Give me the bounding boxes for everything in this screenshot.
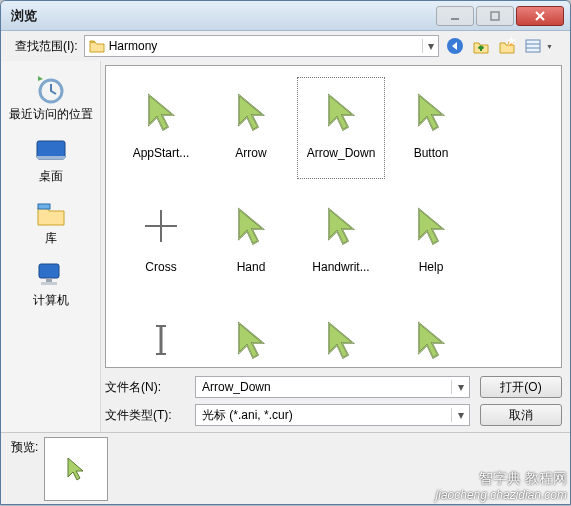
cursor-icon bbox=[133, 84, 189, 140]
toolbar: 查找范围(I): Harmony ▾ ★ ▼ bbox=[1, 31, 570, 61]
recent-icon bbox=[33, 73, 69, 105]
file-browse-dialog: 浏览 查找范围(I): Harmony ▾ ★ bbox=[0, 0, 571, 505]
places-bar: 最近访问的位置 桌面 库 bbox=[1, 61, 101, 432]
cursor-icon bbox=[313, 312, 369, 367]
maximize-button[interactable] bbox=[476, 6, 514, 26]
views-dropdown-icon[interactable]: ▼ bbox=[546, 43, 553, 50]
file-item-label: Arrow bbox=[235, 146, 266, 160]
file-listing: AppStart...ArrowArrow_DownButtonCrossHan… bbox=[105, 65, 562, 368]
preview-box bbox=[44, 437, 108, 501]
views-icon[interactable] bbox=[523, 36, 543, 56]
place-recent[interactable]: 最近访问的位置 bbox=[1, 67, 100, 129]
file-item-label: Handwrit... bbox=[312, 260, 369, 274]
up-one-level-icon[interactable] bbox=[471, 36, 491, 56]
file-item[interactable]: Hand bbox=[206, 190, 296, 294]
middle-row: 最近访问的位置 桌面 库 bbox=[1, 61, 570, 432]
file-item[interactable]: No bbox=[296, 304, 386, 367]
place-library[interactable]: 库 bbox=[1, 191, 100, 253]
svg-rect-7 bbox=[526, 40, 540, 52]
cursor-icon bbox=[403, 84, 459, 140]
filename-combobox[interactable]: Arrow_Down ▾ bbox=[195, 376, 470, 398]
filetype-combobox[interactable]: 光标 (*.ani, *.cur) ▾ bbox=[195, 404, 470, 426]
close-button[interactable] bbox=[516, 6, 564, 26]
file-item-label: Arrow_Down bbox=[307, 146, 376, 160]
folder-icon bbox=[89, 39, 105, 53]
filetype-value: 光标 (*.ani, *.cur) bbox=[196, 407, 451, 424]
library-icon bbox=[33, 197, 69, 229]
computer-icon bbox=[33, 259, 69, 291]
file-item[interactable]: IBeam bbox=[116, 304, 206, 367]
filename-value: Arrow_Down bbox=[196, 380, 451, 394]
filetype-row: 文件类型(T): 光标 (*.ani, *.cur) ▾ 取消 bbox=[105, 404, 562, 426]
place-label: 最近访问的位置 bbox=[9, 107, 93, 121]
cursor-icon bbox=[313, 84, 369, 140]
file-item[interactable]: Move bbox=[206, 304, 296, 367]
file-item[interactable]: Cross bbox=[116, 190, 206, 294]
location-value: Harmony bbox=[109, 39, 422, 53]
dialog-body: 查找范围(I): Harmony ▾ ★ ▼ bbox=[1, 31, 570, 504]
file-item-label: Cross bbox=[145, 260, 176, 274]
open-button[interactable]: 打开(O) bbox=[480, 376, 562, 398]
lookin-label: 查找范围(I): bbox=[15, 38, 78, 55]
filename-row: 文件名(N): Arrow_Down ▾ 打开(O) bbox=[105, 376, 562, 398]
desktop-icon bbox=[33, 135, 69, 167]
place-computer[interactable]: 计算机 bbox=[1, 253, 100, 315]
filetype-label: 文件类型(T): bbox=[105, 407, 185, 424]
file-list-scroll[interactable]: AppStart...ArrowArrow_DownButtonCrossHan… bbox=[106, 66, 561, 367]
bottom-fields: 文件名(N): Arrow_Down ▾ 打开(O) 文件类型(T): 光标 (… bbox=[101, 372, 570, 432]
chevron-down-icon[interactable]: ▾ bbox=[451, 408, 469, 422]
svg-rect-13 bbox=[38, 204, 50, 209]
cursor-icon bbox=[403, 198, 459, 254]
file-item[interactable]: Arrow bbox=[206, 76, 296, 180]
titlebar: 浏览 bbox=[1, 1, 570, 31]
place-desktop[interactable]: 桌面 bbox=[1, 129, 100, 191]
chevron-down-icon[interactable]: ▾ bbox=[422, 39, 438, 53]
listing-wrap: AppStart...ArrowArrow_DownButtonCrossHan… bbox=[101, 61, 570, 432]
cursor-icon bbox=[403, 312, 459, 367]
place-label: 桌面 bbox=[39, 169, 63, 183]
svg-rect-15 bbox=[46, 278, 52, 282]
svg-rect-16 bbox=[41, 282, 57, 285]
new-folder-icon[interactable]: ★ bbox=[497, 36, 517, 56]
svg-rect-14 bbox=[39, 264, 59, 278]
file-item-label: Button bbox=[414, 146, 449, 160]
cursor-icon bbox=[133, 198, 189, 254]
cursor-icon bbox=[313, 198, 369, 254]
file-item[interactable]: Help bbox=[386, 190, 476, 294]
cursor-icon bbox=[223, 84, 279, 140]
back-icon[interactable] bbox=[445, 36, 465, 56]
svg-rect-12 bbox=[37, 156, 65, 159]
preview-bar: 预览: bbox=[1, 432, 570, 504]
svg-text:★: ★ bbox=[506, 37, 517, 48]
place-label: 计算机 bbox=[33, 293, 69, 307]
chevron-down-icon[interactable]: ▾ bbox=[451, 380, 469, 394]
file-item-label: AppStart... bbox=[133, 146, 190, 160]
file-item-label: Help bbox=[419, 260, 444, 274]
cursor-icon bbox=[133, 312, 189, 367]
file-item[interactable]: Button bbox=[386, 76, 476, 180]
file-item[interactable]: SizeAll bbox=[386, 304, 476, 367]
file-item-label: Hand bbox=[237, 260, 266, 274]
file-item[interactable]: Handwrit... bbox=[296, 190, 386, 294]
window-title: 浏览 bbox=[7, 7, 434, 25]
file-item[interactable]: Arrow_Down bbox=[296, 76, 386, 180]
cursor-icon bbox=[223, 312, 279, 367]
cancel-button[interactable]: 取消 bbox=[480, 404, 562, 426]
file-item[interactable]: AppStart... bbox=[116, 76, 206, 180]
location-combobox[interactable]: Harmony ▾ bbox=[84, 35, 439, 57]
svg-rect-1 bbox=[491, 12, 499, 20]
cursor-icon bbox=[223, 198, 279, 254]
filename-label: 文件名(N): bbox=[105, 379, 185, 396]
place-label: 库 bbox=[45, 231, 57, 245]
minimize-button[interactable] bbox=[436, 6, 474, 26]
cursor-preview-icon bbox=[62, 455, 90, 483]
file-items-container: AppStart...ArrowArrow_DownButtonCrossHan… bbox=[116, 76, 557, 367]
preview-label: 预览: bbox=[11, 437, 38, 456]
